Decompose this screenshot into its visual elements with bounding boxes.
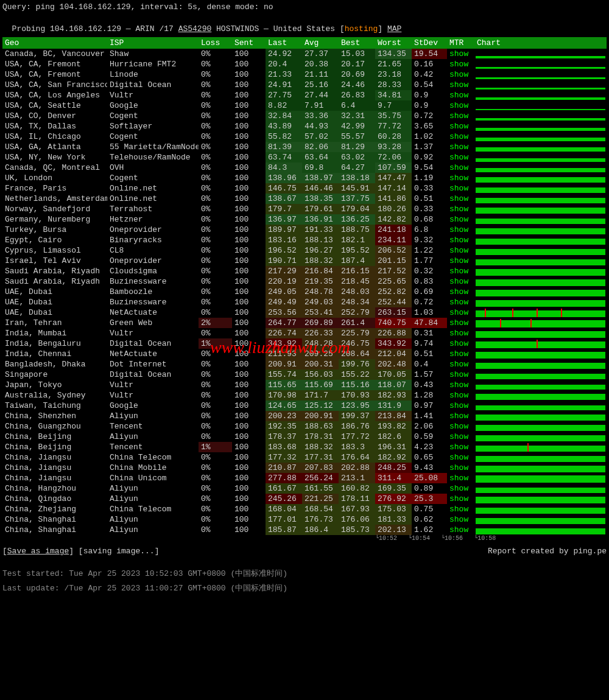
cell-stdev: 47.84 <box>412 318 447 328</box>
cell-chart <box>474 183 607 194</box>
cell-stdev: 0.83 <box>412 276 447 287</box>
cell-avg: 216.84 <box>302 266 339 276</box>
mtr-show-link[interactable]: show <box>449 142 468 152</box>
header-worst[interactable]: Worst <box>375 37 412 49</box>
cell-last: 196.52 <box>266 245 302 256</box>
mtr-show-link[interactable]: show <box>449 70 468 79</box>
header-sent[interactable]: Sent <box>232 37 266 49</box>
mtr-show-link[interactable]: show <box>449 111 468 121</box>
cell-avg: 221.25 <box>302 494 339 504</box>
mtr-show-link[interactable]: show <box>449 91 468 100</box>
mtr-show-link[interactable]: show <box>449 525 468 534</box>
cell-sent: 100 <box>232 525 266 535</box>
mtr-show-link[interactable]: show <box>449 463 468 472</box>
mtr-show-link[interactable]: show <box>449 101 468 110</box>
cell-mtr: show <box>447 194 474 204</box>
mtr-show-link[interactable]: show <box>449 194 468 203</box>
cell-avg: 27.44 <box>302 90 339 100</box>
mtr-show-link[interactable]: show <box>449 267 468 276</box>
mtr-show-link[interactable]: show <box>449 432 468 441</box>
mtr-show-link[interactable]: show <box>449 443 468 452</box>
cell-stdev: 9.32 <box>412 235 447 245</box>
mtr-show-link[interactable]: show <box>449 422 468 431</box>
mtr-show-link[interactable]: show <box>449 474 468 483</box>
mtr-show-link[interactable]: show <box>449 494 468 503</box>
mtr-show-link[interactable]: show <box>449 329 468 338</box>
mtr-show-link[interactable]: show <box>449 287 468 296</box>
mtr-show-link[interactable]: show <box>449 391 468 400</box>
cell-stdev: 19.54 <box>412 49 447 59</box>
mtr-show-link[interactable]: show <box>449 153 468 162</box>
header-row: Geo ISP Loss Sent Last Avg Best Worst St… <box>2 37 607 49</box>
mtr-show-link[interactable]: show <box>449 349 468 359</box>
cell-isp: Aliyun <box>107 411 199 421</box>
mtr-show-link[interactable]: show <box>449 49 468 58</box>
cell-worst: 206.52 <box>375 245 412 256</box>
mtr-show-link[interactable]: show <box>449 246 468 255</box>
mtr-show-link[interactable]: show <box>449 122 468 131</box>
cell-sent: 100 <box>232 245 266 256</box>
cell-last: 264.77 <box>266 318 302 328</box>
cell-sent: 100 <box>232 349 266 359</box>
mtr-show-link[interactable]: show <box>449 360 468 369</box>
mtr-show-link[interactable]: show <box>449 163 468 172</box>
mtr-show-link[interactable]: show <box>449 236 468 245</box>
table-row: UAE, DubaiNetActuate0%100253.56253.41252… <box>2 307 607 318</box>
mtr-show-link[interactable]: show <box>449 411 468 421</box>
mtr-show-link[interactable]: show <box>449 318 468 327</box>
cell-mtr: show <box>447 432 474 442</box>
cell-best: 55.57 <box>339 131 375 142</box>
header-mtr[interactable]: MTR <box>447 37 474 49</box>
mtr-show-link[interactable]: show <box>449 256 468 265</box>
mtr-show-link[interactable]: show <box>449 173 468 183</box>
header-last[interactable]: Last <box>266 37 302 49</box>
mtr-show-link[interactable]: show <box>449 370 468 379</box>
mtr-show-link[interactable]: show <box>449 184 468 193</box>
cell-best: 248.34 <box>339 297 375 307</box>
mtr-show-link[interactable]: show <box>449 205 468 214</box>
cell-worst: 263.15 <box>375 307 412 318</box>
mtr-show-link[interactable]: show <box>449 339 468 348</box>
mtr-show-link[interactable]: show <box>449 380 468 390</box>
asn-link[interactable]: AS54290 <box>178 24 212 33</box>
mtr-show-link[interactable]: show <box>449 277 468 286</box>
table-row: USA, CO, DenverCogent0%10032.8433.3632.3… <box>2 111 607 121</box>
mtr-show-link[interactable]: show <box>449 401 468 410</box>
header-best[interactable]: Best <box>339 37 375 49</box>
mtr-show-link[interactable]: show <box>449 515 468 524</box>
cell-sent: 100 <box>232 338 266 349</box>
cell-mtr: show <box>447 256 474 266</box>
cell-sent: 100 <box>232 514 266 525</box>
header-geo[interactable]: Geo <box>2 37 107 49</box>
cell-worst: 193.82 <box>375 421 412 432</box>
cell-loss: 0% <box>199 194 232 204</box>
cell-geo: Germany, Nuremberg <box>2 214 107 225</box>
cell-best: 32.31 <box>339 111 375 121</box>
latency-sparkline <box>476 485 605 493</box>
header-isp[interactable]: ISP <box>107 37 199 49</box>
latency-sparkline <box>476 184 605 193</box>
mtr-show-link[interactable]: show <box>449 505 468 514</box>
header-loss[interactable]: Loss <box>199 37 232 49</box>
mtr-show-link[interactable]: show <box>449 308 468 317</box>
cell-loss: 0% <box>199 266 232 276</box>
cell-stdev: 0.33 <box>412 183 447 194</box>
mtr-show-link[interactable]: show <box>449 298 468 307</box>
header-chart[interactable]: Chart <box>474 37 607 49</box>
table-row: Iran, TehranGreen Web2%100264.77269.8926… <box>2 318 607 328</box>
mtr-show-link[interactable]: show <box>449 60 468 69</box>
mtr-show-link[interactable]: show <box>449 215 468 224</box>
mtr-show-link[interactable]: show <box>449 132 468 141</box>
mtr-show-link[interactable]: show <box>449 80 468 89</box>
mtr-show-link[interactable]: show <box>449 453 468 462</box>
header-avg[interactable]: Avg <box>302 37 339 49</box>
mtr-show-link[interactable]: show <box>449 484 468 493</box>
save-as-image-link[interactable]: Save as image <box>7 547 69 556</box>
cell-best: 24.46 <box>339 80 375 90</box>
cell-isp: China Telecom <box>107 452 199 463</box>
mtr-show-link[interactable]: show <box>449 225 468 234</box>
header-stdev[interactable]: StDev <box>412 37 447 49</box>
map-link[interactable]: MAP <box>387 24 401 33</box>
cell-isp: NetActuate <box>107 349 199 359</box>
cell-isp: Aliyun <box>107 525 199 535</box>
